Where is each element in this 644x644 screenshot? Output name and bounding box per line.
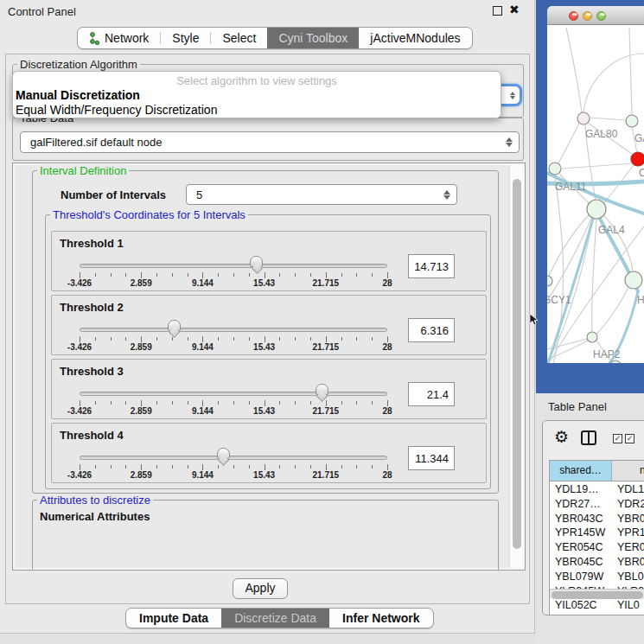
table-data-combobox-value: galFiltered.sif default node [30, 136, 162, 149]
panel-scrollbar[interactable] [509, 165, 523, 568]
network-window-titlebar[interactable] [547, 6, 644, 25]
threshold-value-field[interactable]: 11.344 [408, 446, 455, 470]
cell-name[interactable]: YPR1 [612, 526, 644, 540]
slider-tick-label: -3.426 [67, 470, 92, 480]
slider-tick [141, 272, 142, 278]
threshold-slider-track[interactable] [80, 456, 387, 460]
table-row[interactable]: YER054CYER0 [550, 540, 644, 555]
threshold-value-field[interactable]: 14.713 [408, 254, 455, 278]
column-header-shared-name[interactable]: shared… [550, 461, 612, 481]
spinner-arrows-icon [443, 185, 450, 204]
numerical-attributes-label: Numerical Attributes [40, 510, 150, 523]
network-node-hap2[interactable] [587, 332, 597, 342]
slider-tick-label: 2.859 [131, 406, 152, 416]
threshold-value-field[interactable]: 6.316 [408, 318, 455, 342]
table-row[interactable]: YBR045CYBR0 [550, 555, 644, 570]
minimize-traffic-light-icon[interactable] [583, 11, 592, 21]
cell-shared-name[interactable]: YBR043C [550, 512, 612, 526]
slider-tick [95, 273, 96, 277]
cell-shared-name[interactable]: YBL079W [550, 570, 612, 584]
zoom-traffic-light-icon[interactable] [596, 11, 606, 21]
threshold-slider-thumb[interactable] [168, 320, 181, 331]
cell-shared-name[interactable]: YER054C [550, 540, 612, 555]
table-row[interactable]: YDL19…YDL1 [550, 482, 644, 497]
cell-name[interactable]: YDL1 [612, 482, 644, 497]
thresholds-group: Threshold's Coordinates for 5 Intervals … [45, 214, 491, 489]
cell-shared-name[interactable]: YDL19… [550, 482, 612, 497]
slider-tick-label: 2.859 [131, 470, 152, 480]
screen: Control Panel ✖ NetworkStyleSelectCyni T… [0, 0, 644, 644]
network-node-ga[interactable] [626, 115, 638, 127]
threshold-slider-track[interactable] [80, 328, 387, 332]
slider-tick [279, 465, 280, 469]
table-scrollbar-thumb[interactable] [552, 591, 643, 599]
slider-tick-label: 28 [382, 278, 392, 288]
node-label-c: C [639, 167, 644, 179]
slider-tick [341, 273, 342, 277]
threshold-slider-track[interactable] [80, 392, 387, 396]
cell-shared-name[interactable]: YDR27… [550, 497, 612, 512]
mouse-cursor-icon [529, 313, 539, 327]
cell-name[interactable]: YIL0 [612, 598, 644, 613]
gear-icon[interactable]: ⚙ [554, 427, 569, 447]
network-node-gal80[interactable] [577, 112, 590, 124]
slider-tick [233, 401, 234, 405]
network-node-gcy1[interactable] [547, 276, 552, 286]
table-horizontal-scrollbar[interactable] [550, 589, 644, 599]
cell-shared-name[interactable]: YIL052C [550, 598, 612, 613]
threshold-value-field[interactable]: 21.4 [408, 382, 455, 406]
slider-tick [172, 465, 173, 469]
table-row[interactable]: YIL052CYIL0 [550, 598, 644, 613]
tab-cyni-toolbox[interactable]: Cyni Toolbox [267, 28, 359, 48]
cell-name[interactable]: YER0 [612, 540, 644, 555]
slider-tick [341, 401, 342, 405]
interval-definition-group-title: Interval Definition [37, 164, 129, 177]
network-node-c[interactable] [631, 152, 644, 166]
cell-name[interactable]: YBR0 [612, 512, 644, 526]
tab-network[interactable]: Network [78, 28, 160, 48]
cell-name[interactable]: YBL0 [612, 570, 644, 584]
num-intervals-value: 5 [196, 188, 202, 201]
tab-jactivemnodules[interactable]: jActiveMNodules [359, 28, 471, 48]
algorithm-option-1[interactable]: Manual Discretization [13, 88, 501, 103]
bottom-tab-discretize-data[interactable]: Discretize Data [221, 609, 329, 628]
network-node-gal11[interactable] [549, 163, 561, 175]
slider-tick [125, 401, 126, 405]
panel-scrollbar-thumb[interactable] [513, 179, 521, 549]
tab-label: Style [172, 31, 199, 45]
table-row[interactable]: YPR145WYPR1 [550, 526, 644, 540]
node-attribute-table[interactable]: shared… na YDL19…YDL1YDR27…YDR2YBR043CYB… [549, 460, 644, 615]
cell-name[interactable]: YBR0 [612, 555, 644, 570]
column-header-name[interactable]: na [612, 461, 644, 481]
network-node-gal4[interactable] [587, 200, 606, 219]
tab-style[interactable]: Style [161, 28, 210, 48]
select-columns-icon[interactable]: ✓ [613, 434, 622, 443]
bottom-tab-infer-network[interactable]: Infer Network [329, 609, 432, 628]
num-intervals-combobox[interactable]: 5 [186, 184, 457, 205]
apply-button[interactable]: Apply [233, 578, 288, 599]
table-row[interactable]: YBR043CYBR0 [550, 512, 644, 526]
threshold-slider-track[interactable] [80, 264, 387, 268]
float-window-icon[interactable] [493, 6, 502, 16]
table-row[interactable]: YDR27…YDR2 [550, 497, 644, 512]
slider-tick [279, 273, 280, 277]
threshold-slider-thumb[interactable] [316, 384, 328, 395]
split-columns-icon[interactable] [581, 430, 596, 445]
cell-shared-name[interactable]: YBR045C [550, 555, 612, 570]
slider-tick [249, 337, 250, 341]
network-node-h[interactable] [625, 271, 642, 289]
threshold-slider-thumb[interactable] [250, 256, 263, 267]
tab-select[interactable]: Select [211, 28, 267, 48]
close-traffic-light-icon[interactable] [569, 11, 578, 21]
slider-tick [188, 401, 188, 405]
threshold-slider-thumb[interactable] [217, 448, 230, 459]
algorithm-option-2[interactable]: Equal Width/Frequency Discretization [13, 103, 501, 118]
cell-shared-name[interactable]: YPR145W [550, 526, 612, 540]
table-data-combobox[interactable]: galFiltered.sif default node [20, 131, 520, 153]
network-canvas[interactable]: GAL80GACGAL11GAL4GCY1HHAP2 [547, 25, 644, 363]
cell-name[interactable]: YDR2 [612, 497, 644, 512]
table-row[interactable]: YBL079WYBL0 [550, 570, 644, 584]
bottom-tab-impute-data[interactable]: Impute Data [126, 609, 221, 628]
select-all-columns-icon[interactable]: ✓ [625, 434, 634, 443]
close-icon[interactable]: ✖ [509, 3, 520, 16]
